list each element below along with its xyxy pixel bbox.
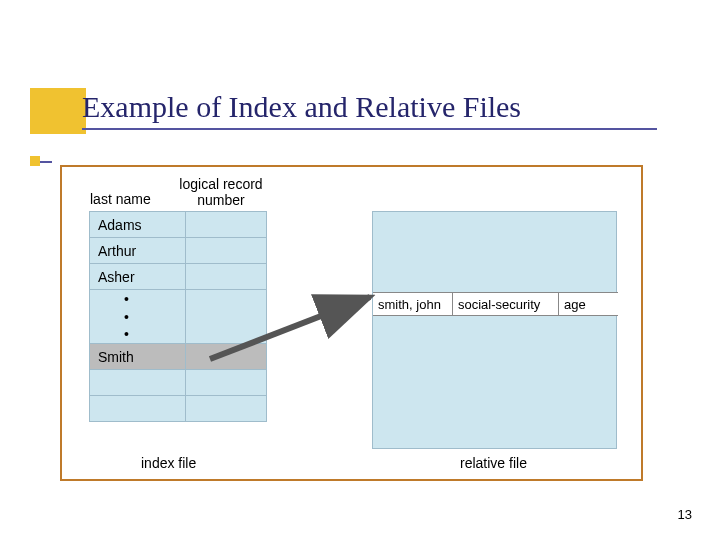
table-row: Asher xyxy=(90,264,267,290)
index-num-cell xyxy=(185,344,266,370)
table-row xyxy=(90,396,267,422)
index-name-cell: Arthur xyxy=(90,238,186,264)
table-row: Adams xyxy=(90,212,267,238)
index-num-cell xyxy=(185,238,266,264)
ellipsis-row xyxy=(90,290,267,308)
relative-age-cell: age xyxy=(559,293,618,315)
index-file-table: Adams Arthur Asher Smith xyxy=(89,211,267,422)
title-wrap: Example of Index and Relative Files xyxy=(82,90,657,130)
diagram-frame: last name logical record number Adams Ar… xyxy=(60,165,643,481)
relative-record-row: smith, john social-security age xyxy=(373,292,618,316)
slide-title: Example of Index and Relative Files xyxy=(82,90,657,124)
ellipsis-row xyxy=(90,326,267,344)
caption-index-file: index file xyxy=(141,455,196,471)
index-name-cell: Adams xyxy=(90,212,186,238)
table-row xyxy=(90,370,267,396)
index-name-cell: Asher xyxy=(90,264,186,290)
accent-block xyxy=(30,88,86,134)
index-name-cell: Smith xyxy=(90,344,186,370)
relative-name-cell: smith, john xyxy=(373,293,453,315)
title-underline xyxy=(82,128,657,130)
index-num-cell xyxy=(185,264,266,290)
bullet-tick xyxy=(40,161,52,163)
page-number: 13 xyxy=(678,507,692,522)
ellipsis-row xyxy=(90,308,267,326)
header-last-name: last name xyxy=(90,191,151,207)
header-logical-record-number: logical record number xyxy=(177,176,265,208)
table-row: Arthur xyxy=(90,238,267,264)
caption-relative-file: relative file xyxy=(460,455,527,471)
bullet-square xyxy=(30,156,40,166)
table-row-selected: Smith xyxy=(90,344,267,370)
relative-file-box: smith, john social-security age xyxy=(372,211,617,449)
relative-ssn-cell: social-security xyxy=(453,293,559,315)
index-num-cell xyxy=(185,212,266,238)
